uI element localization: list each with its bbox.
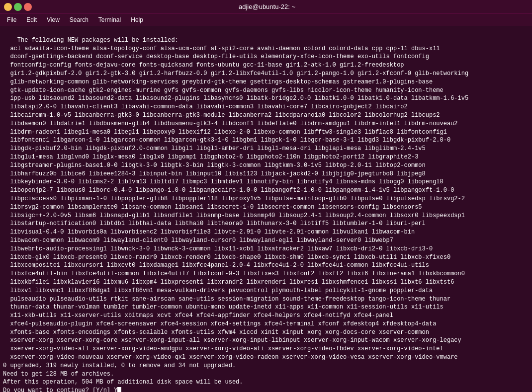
minimize-button[interactable] bbox=[4, 3, 12, 11]
window-title: adjie@ubuntu-22: ~ bbox=[32, 3, 502, 10]
close-button[interactable] bbox=[24, 3, 32, 11]
terminal-window: adjie@ubuntu-22: ~ File Edit View Search… bbox=[0, 0, 532, 392]
maximize-button[interactable] bbox=[14, 3, 22, 11]
terminal-content: The following NEW packages will be insta… bbox=[3, 37, 468, 392]
window-controls bbox=[4, 3, 32, 11]
menu-help[interactable]: Help bbox=[126, 15, 148, 24]
menu-file[interactable]: File bbox=[2, 15, 21, 24]
terminal-cursor bbox=[117, 387, 121, 392]
menu-view[interactable]: View bbox=[42, 15, 65, 24]
terminal-output[interactable]: The following NEW packages will be insta… bbox=[0, 26, 532, 392]
menu-terminal[interactable]: Terminal bbox=[93, 15, 126, 24]
titlebar: adjie@ubuntu-22: ~ bbox=[0, 0, 532, 14]
menu-edit[interactable]: Edit bbox=[21, 15, 42, 24]
menubar: File Edit View Search Terminal Help bbox=[0, 14, 532, 26]
menu-search[interactable]: Search bbox=[65, 15, 93, 24]
